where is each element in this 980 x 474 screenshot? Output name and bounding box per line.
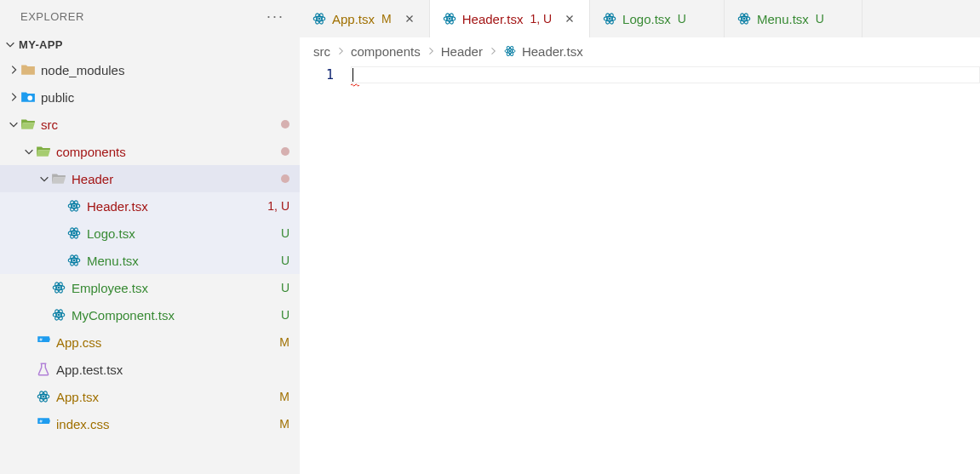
git-status-badge: M	[274, 390, 289, 403]
file-label: App.css	[56, 335, 271, 350]
file-label: MyComponent.tsx	[72, 308, 271, 323]
css-icon: #	[36, 416, 51, 431]
tab-header-tsx[interactable]: Header.tsx1, U	[430, 0, 590, 37]
editor-body[interactable]: 1	[300, 65, 980, 474]
tab-status: U	[678, 12, 686, 26]
breadcrumb-header-tsx[interactable]: Header.tsx	[522, 44, 583, 59]
breadcrumb-components[interactable]: components	[351, 44, 421, 59]
chevron-down-icon	[22, 146, 36, 157]
svg-point-17	[58, 314, 60, 317]
svg-point-44	[509, 50, 512, 53]
explorer-actions-icon[interactable]: ···	[261, 6, 289, 27]
chevron-right-icon	[7, 64, 20, 76]
react-icon	[66, 226, 82, 241]
code-area[interactable]	[351, 65, 980, 474]
file-label: Header.tsx	[87, 199, 264, 214]
file-tree: node_modulespublicsrccomponentsHeaderHea…	[0, 56, 300, 474]
modified-dot-icon	[281, 147, 289, 156]
close-icon[interactable]	[562, 11, 577, 26]
file-label: Menu.tsx	[87, 254, 271, 268]
tree-row-logo-tsx[interactable]: Logo.tsxU	[0, 220, 300, 247]
svg-point-40	[742, 18, 745, 20]
tab-label: App.tsx	[332, 12, 375, 26]
chevron-down-icon	[3, 38, 17, 50]
react-icon	[51, 280, 66, 295]
git-status-badge: 1, U	[267, 199, 289, 213]
project-header[interactable]: MY-APP	[0, 32, 300, 56]
react-icon	[602, 11, 617, 26]
folder-public-icon	[20, 89, 36, 105]
git-status-badge: M	[274, 335, 289, 349]
line-gutter: 1	[300, 65, 351, 474]
file-label: Header	[72, 172, 281, 186]
svg-point-36	[609, 18, 611, 20]
tab-status: M	[381, 12, 392, 26]
line-number: 1	[300, 66, 334, 83]
svg-point-1	[73, 205, 76, 208]
tree-row-node_modules[interactable]: node_modules	[0, 56, 300, 83]
folder-open-icon	[51, 171, 66, 186]
close-icon[interactable]	[402, 11, 417, 26]
tree-row-menu-tsx[interactable]: Menu.tsxU	[0, 247, 300, 274]
tree-row-app-css[interactable]: #App.cssM	[0, 328, 300, 356]
svg-point-0	[27, 95, 32, 100]
chevron-right-icon	[488, 46, 498, 56]
tree-row-header-tsx[interactable]: Header.tsx1, U	[0, 192, 300, 220]
tab-logo-tsx[interactable]: Logo.tsxU	[590, 0, 725, 37]
svg-point-5	[73, 232, 76, 235]
explorer-title: EXPLORER	[20, 10, 84, 23]
current-line-highlight	[351, 66, 980, 83]
file-label: App.tsx	[56, 390, 271, 404]
svg-point-28	[318, 18, 321, 20]
folder-open-green-icon	[36, 144, 51, 159]
react-icon	[736, 11, 752, 26]
git-status-badge: U	[274, 226, 289, 240]
tree-row-header[interactable]: Header	[0, 165, 300, 192]
tab-label: Header.tsx	[462, 12, 524, 26]
breadcrumb-header[interactable]: Header	[441, 44, 483, 59]
react-icon	[442, 11, 457, 26]
tab-menu-tsx[interactable]: Menu.tsxU	[725, 0, 863, 37]
tree-row-app-test-tsx[interactable]: App.test.tsx	[0, 356, 300, 383]
file-label: components	[56, 145, 281, 159]
file-label: Logo.tsx	[87, 226, 271, 241]
tab-status: U	[816, 12, 824, 26]
tree-row-mycomponent-tsx[interactable]: MyComponent.tsxU	[0, 301, 300, 328]
editor-main: App.tsxMHeader.tsx1, ULogo.tsxUMenu.tsxU…	[300, 0, 980, 474]
file-label: index.css	[56, 417, 271, 431]
tree-row-app-tsx[interactable]: App.tsxM	[0, 383, 300, 410]
react-icon	[66, 253, 82, 268]
git-status-badge: U	[274, 281, 289, 294]
css-icon: #	[36, 334, 51, 350]
svg-point-23	[43, 396, 45, 398]
tab-app-tsx[interactable]: App.tsxM	[300, 0, 430, 37]
chevron-right-icon	[335, 46, 346, 56]
tree-row-components[interactable]: components	[0, 138, 300, 165]
react-icon	[51, 307, 66, 323]
chevron-right-icon	[7, 91, 20, 103]
chevron-right-icon	[426, 46, 436, 56]
chevron-down-icon	[7, 118, 20, 130]
svg-point-9	[73, 260, 76, 262]
editor-tabs: App.tsxMHeader.tsx1, ULogo.tsxUMenu.tsxU	[300, 0, 980, 37]
file-label: node_modules	[41, 63, 289, 77]
tree-row-public[interactable]: public	[0, 83, 300, 111]
tree-row-index-css[interactable]: #index.cssM	[0, 410, 300, 437]
explorer-header: EXPLORER ···	[0, 0, 300, 32]
tab-label: Menu.tsx	[757, 12, 809, 26]
git-status-badge: M	[274, 417, 289, 431]
file-label: Employee.tsx	[72, 281, 271, 295]
react-icon	[503, 44, 517, 58]
react-icon	[36, 389, 51, 404]
tab-status: 1, U	[530, 12, 552, 26]
breadcrumbs: srccomponentsHeaderHeader.tsx	[300, 37, 980, 65]
tree-row-employee-tsx[interactable]: Employee.tsxU	[0, 274, 300, 301]
modified-dot-icon	[281, 174, 289, 183]
git-status-badge: U	[274, 254, 289, 267]
react-icon	[66, 198, 82, 214]
tree-row-src[interactable]: src	[0, 111, 300, 138]
breadcrumb-src[interactable]: src	[313, 44, 330, 59]
file-label: public	[41, 90, 289, 105]
chevron-down-icon	[37, 173, 51, 185]
text-cursor	[352, 68, 353, 82]
